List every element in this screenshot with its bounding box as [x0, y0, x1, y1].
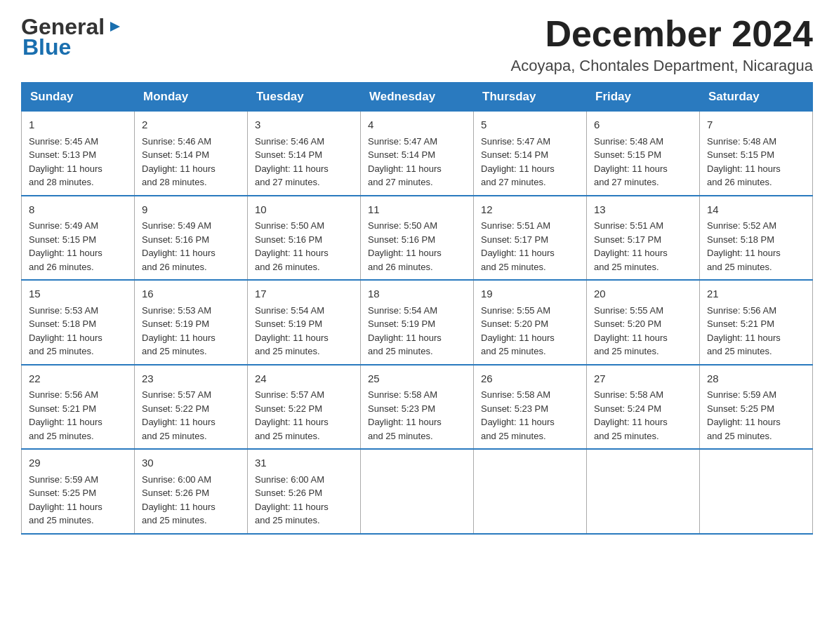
day-number: 18	[368, 286, 466, 302]
calendar-cell: 27Sunrise: 5:58 AMSunset: 5:24 PMDayligh…	[587, 365, 700, 450]
day-number: 10	[255, 202, 353, 218]
header-row: Sunday Monday Tuesday Wednesday Thursday…	[22, 83, 813, 112]
col-saturday: Saturday	[700, 83, 813, 112]
day-info: Sunrise: 6:00 AMSunset: 5:26 PMDaylight:…	[255, 473, 353, 528]
calendar-header: Sunday Monday Tuesday Wednesday Thursday…	[22, 83, 813, 112]
day-info: Sunrise: 5:56 AMSunset: 5:21 PMDaylight:…	[29, 388, 127, 443]
day-info: Sunrise: 5:49 AMSunset: 5:16 PMDaylight:…	[142, 219, 240, 274]
calendar-week-2: 8Sunrise: 5:49 AMSunset: 5:15 PMDaylight…	[22, 196, 813, 281]
day-number: 16	[142, 286, 240, 302]
calendar-cell: 17Sunrise: 5:54 AMSunset: 5:19 PMDayligh…	[248, 280, 361, 365]
calendar-cell: 4Sunrise: 5:47 AMSunset: 5:14 PMDaylight…	[361, 112, 474, 196]
day-info: Sunrise: 5:58 AMSunset: 5:24 PMDaylight:…	[594, 388, 692, 443]
calendar-cell: 28Sunrise: 5:59 AMSunset: 5:25 PMDayligh…	[700, 365, 813, 450]
day-number: 21	[707, 286, 805, 302]
calendar-cell	[700, 449, 813, 534]
day-number: 31	[255, 455, 353, 471]
logo-blue-text: Blue	[21, 34, 71, 60]
day-info: Sunrise: 5:45 AMSunset: 5:13 PMDaylight:…	[29, 135, 127, 189]
day-number: 2	[142, 117, 240, 133]
calendar-week-5: 29Sunrise: 5:59 AMSunset: 5:25 PMDayligh…	[22, 449, 813, 534]
calendar-cell	[361, 449, 474, 534]
day-info: Sunrise: 5:50 AMSunset: 5:16 PMDaylight:…	[255, 219, 353, 274]
calendar-week-1: 1Sunrise: 5:45 AMSunset: 5:13 PMDaylight…	[22, 112, 813, 196]
day-number: 25	[368, 371, 466, 387]
calendar-cell: 1Sunrise: 5:45 AMSunset: 5:13 PMDaylight…	[22, 112, 135, 196]
calendar-cell: 20Sunrise: 5:55 AMSunset: 5:20 PMDayligh…	[587, 280, 700, 365]
day-info: Sunrise: 5:46 AMSunset: 5:14 PMDaylight:…	[255, 135, 353, 189]
calendar-cell: 14Sunrise: 5:52 AMSunset: 5:18 PMDayligh…	[700, 196, 813, 281]
day-number: 17	[255, 286, 353, 302]
calendar-body: 1Sunrise: 5:45 AMSunset: 5:13 PMDaylight…	[22, 112, 813, 534]
day-info: Sunrise: 5:54 AMSunset: 5:19 PMDaylight:…	[368, 304, 466, 358]
calendar-cell: 7Sunrise: 5:48 AMSunset: 5:15 PMDaylight…	[700, 112, 813, 196]
day-number: 19	[481, 286, 579, 302]
day-number: 24	[255, 371, 353, 387]
day-number: 15	[29, 286, 127, 302]
location-title: Acoyapa, Chontales Department, Nicaragua	[511, 57, 813, 75]
day-number: 8	[29, 202, 127, 218]
calendar-cell: 23Sunrise: 5:57 AMSunset: 5:22 PMDayligh…	[135, 365, 248, 450]
calendar-week-4: 22Sunrise: 5:56 AMSunset: 5:21 PMDayligh…	[22, 365, 813, 450]
day-number: 28	[707, 371, 805, 387]
day-info: Sunrise: 5:51 AMSunset: 5:17 PMDaylight:…	[481, 219, 579, 274]
calendar-cell: 9Sunrise: 5:49 AMSunset: 5:16 PMDaylight…	[135, 196, 248, 281]
logo: General Blue	[21, 14, 123, 60]
day-number: 22	[29, 371, 127, 387]
calendar-cell	[474, 449, 587, 534]
svg-marker-0	[110, 22, 120, 32]
day-info: Sunrise: 5:59 AMSunset: 5:25 PMDaylight:…	[29, 473, 127, 528]
day-number: 7	[707, 117, 805, 133]
calendar-cell: 5Sunrise: 5:47 AMSunset: 5:14 PMDaylight…	[474, 112, 587, 196]
calendar-cell: 30Sunrise: 6:00 AMSunset: 5:26 PMDayligh…	[135, 449, 248, 534]
calendar-table: Sunday Monday Tuesday Wednesday Thursday…	[21, 82, 813, 535]
calendar-cell: 24Sunrise: 5:57 AMSunset: 5:22 PMDayligh…	[248, 365, 361, 450]
day-info: Sunrise: 6:00 AMSunset: 5:26 PMDaylight:…	[142, 473, 240, 528]
day-number: 27	[594, 371, 692, 387]
header: General Blue December 2024 Acoyapa, Chon…	[21, 14, 813, 75]
day-info: Sunrise: 5:57 AMSunset: 5:22 PMDaylight:…	[142, 388, 240, 443]
calendar-cell: 13Sunrise: 5:51 AMSunset: 5:17 PMDayligh…	[587, 196, 700, 281]
calendar-cell: 22Sunrise: 5:56 AMSunset: 5:21 PMDayligh…	[22, 365, 135, 450]
day-number: 13	[594, 202, 692, 218]
day-number: 20	[594, 286, 692, 302]
calendar-cell: 16Sunrise: 5:53 AMSunset: 5:19 PMDayligh…	[135, 280, 248, 365]
calendar-cell: 8Sunrise: 5:49 AMSunset: 5:15 PMDaylight…	[22, 196, 135, 281]
day-info: Sunrise: 5:57 AMSunset: 5:22 PMDaylight:…	[255, 388, 353, 443]
day-info: Sunrise: 5:48 AMSunset: 5:15 PMDaylight:…	[594, 135, 692, 189]
title-area: December 2024 Acoyapa, Chontales Departm…	[511, 14, 813, 75]
calendar-cell: 19Sunrise: 5:55 AMSunset: 5:20 PMDayligh…	[474, 280, 587, 365]
day-info: Sunrise: 5:52 AMSunset: 5:18 PMDaylight:…	[707, 219, 805, 274]
col-friday: Friday	[587, 83, 700, 112]
day-info: Sunrise: 5:58 AMSunset: 5:23 PMDaylight:…	[368, 388, 466, 443]
day-number: 9	[142, 202, 240, 218]
day-number: 23	[142, 371, 240, 387]
day-number: 6	[594, 117, 692, 133]
day-info: Sunrise: 5:53 AMSunset: 5:19 PMDaylight:…	[142, 304, 240, 358]
day-info: Sunrise: 5:50 AMSunset: 5:16 PMDaylight:…	[368, 219, 466, 274]
calendar-cell: 6Sunrise: 5:48 AMSunset: 5:15 PMDaylight…	[587, 112, 700, 196]
day-info: Sunrise: 5:48 AMSunset: 5:15 PMDaylight:…	[707, 135, 805, 189]
calendar-cell: 26Sunrise: 5:58 AMSunset: 5:23 PMDayligh…	[474, 365, 587, 450]
day-number: 14	[707, 202, 805, 218]
col-monday: Monday	[135, 83, 248, 112]
calendar-cell	[587, 449, 700, 534]
day-number: 1	[29, 117, 127, 133]
day-number: 30	[142, 455, 240, 471]
day-info: Sunrise: 5:49 AMSunset: 5:15 PMDaylight:…	[29, 219, 127, 274]
calendar-cell: 31Sunrise: 6:00 AMSunset: 5:26 PMDayligh…	[248, 449, 361, 534]
day-info: Sunrise: 5:47 AMSunset: 5:14 PMDaylight:…	[368, 135, 466, 189]
col-tuesday: Tuesday	[248, 83, 361, 112]
calendar-cell: 25Sunrise: 5:58 AMSunset: 5:23 PMDayligh…	[361, 365, 474, 450]
calendar-cell: 11Sunrise: 5:50 AMSunset: 5:16 PMDayligh…	[361, 196, 474, 281]
calendar-cell: 3Sunrise: 5:46 AMSunset: 5:14 PMDaylight…	[248, 112, 361, 196]
day-info: Sunrise: 5:58 AMSunset: 5:23 PMDaylight:…	[481, 388, 579, 443]
calendar-cell: 12Sunrise: 5:51 AMSunset: 5:17 PMDayligh…	[474, 196, 587, 281]
day-info: Sunrise: 5:53 AMSunset: 5:18 PMDaylight:…	[29, 304, 127, 358]
day-info: Sunrise: 5:46 AMSunset: 5:14 PMDaylight:…	[142, 135, 240, 189]
month-title: December 2024	[511, 14, 813, 54]
day-number: 29	[29, 455, 127, 471]
calendar-week-3: 15Sunrise: 5:53 AMSunset: 5:18 PMDayligh…	[22, 280, 813, 365]
day-number: 5	[481, 117, 579, 133]
calendar-cell: 2Sunrise: 5:46 AMSunset: 5:14 PMDaylight…	[135, 112, 248, 196]
